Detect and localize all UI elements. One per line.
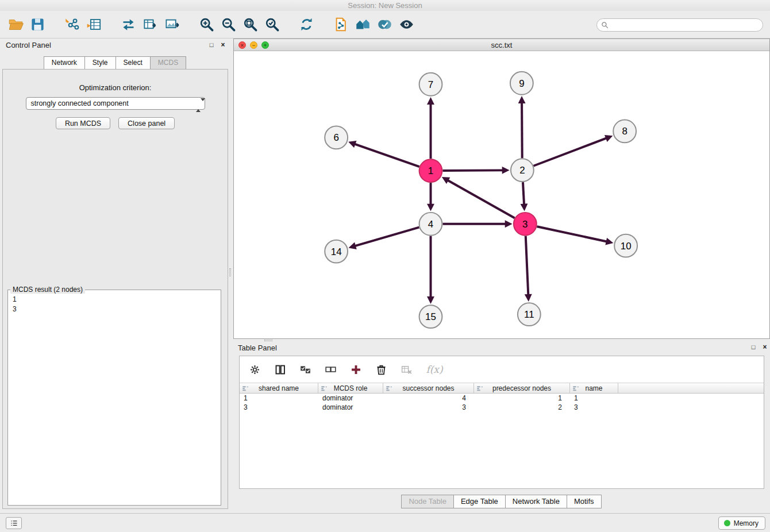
- save-session-button[interactable]: [26, 14, 48, 36]
- graph-node-label: 9: [519, 78, 524, 89]
- control-panel-tabs: NetworkStyleSelectMCDS: [2, 56, 228, 70]
- network-window-title-bar[interactable]: × − + scc.txt: [234, 39, 769, 51]
- network-canvas[interactable]: 7968124314101511: [234, 51, 769, 338]
- zoom-out-button[interactable]: [217, 14, 239, 36]
- memory-button[interactable]: Memory: [718, 516, 765, 530]
- column-type-icon: [476, 385, 483, 392]
- table-toolbar: f(x): [240, 356, 764, 383]
- tab-network[interactable]: Network: [44, 56, 85, 70]
- hide-selected-icon: [377, 17, 392, 32]
- delete-column-button[interactable]: [374, 363, 388, 376]
- cell-MCDS-role[interactable]: dominator: [318, 394, 383, 403]
- zoom-in-button[interactable]: [195, 14, 217, 36]
- import-network-button[interactable]: [61, 14, 83, 36]
- run-mcds-button[interactable]: Run MCDS: [56, 117, 110, 129]
- graph-edge-2-9[interactable]: [522, 103, 522, 159]
- cell-MCDS-role[interactable]: dominator: [318, 403, 383, 412]
- optimization-criterion-select[interactable]: strongly connected component: [26, 97, 205, 110]
- close-table-panel-icon[interactable]: ×: [761, 343, 769, 351]
- table-options-button[interactable]: [248, 363, 261, 376]
- graph-node-8[interactable]: 8: [613, 120, 636, 143]
- cell-successor-nodes[interactable]: 4: [383, 394, 474, 403]
- deselect-all-button[interactable]: [324, 363, 337, 376]
- search-box[interactable]: [596, 18, 763, 32]
- hide-selected-button[interactable]: [374, 14, 395, 36]
- close-window-icon[interactable]: ×: [238, 41, 246, 49]
- import-table-button[interactable]: [83, 14, 105, 36]
- graph-node-11[interactable]: 11: [518, 303, 541, 326]
- graph-node-1[interactable]: 1: [419, 159, 442, 182]
- list-icon: [10, 519, 18, 527]
- show-columns-button[interactable]: [273, 363, 287, 376]
- select-all-button[interactable]: [298, 363, 312, 376]
- column-header-predecessor-nodes[interactable]: predecessor nodes: [474, 383, 570, 393]
- node-table: f(x) shared nameMCDS rolesuccessor nodes…: [239, 356, 764, 489]
- cell-shared-name[interactable]: 1: [240, 394, 318, 403]
- export-table-button[interactable]: [139, 14, 161, 36]
- table-splitter-handle[interactable]: [264, 340, 272, 341]
- cell-predecessor-nodes[interactable]: 1: [474, 394, 570, 403]
- task-history-button[interactable]: [6, 517, 22, 529]
- graph-node-10[interactable]: 10: [614, 234, 637, 257]
- zoom-fit-button[interactable]: [239, 14, 261, 36]
- graph-edge-4-14[interactable]: [355, 228, 419, 246]
- graph-node-14[interactable]: 14: [325, 240, 348, 263]
- tab-edge-table[interactable]: Edge Table: [453, 495, 506, 508]
- clone-network-button[interactable]: [330, 14, 352, 36]
- graph-edge-3-10[interactable]: [537, 226, 607, 241]
- zoom-selected-button[interactable]: [261, 14, 283, 36]
- graph-edge-1-6[interactable]: [355, 144, 419, 167]
- graph-edge-3-11[interactable]: [526, 236, 529, 295]
- column-header-shared-name[interactable]: shared name: [240, 383, 318, 393]
- import-network-icon: [64, 17, 80, 32]
- apply-layout-icon: [299, 17, 314, 32]
- graph-node-4[interactable]: 4: [419, 213, 442, 236]
- minimize-window-icon[interactable]: −: [250, 41, 257, 49]
- show-all-button[interactable]: [395, 14, 417, 36]
- search-input[interactable]: [609, 21, 763, 29]
- export-network-button[interactable]: [117, 14, 139, 36]
- tab-node-table[interactable]: Node Table: [401, 495, 454, 508]
- maximize-window-icon[interactable]: +: [261, 41, 269, 49]
- tab-mcds[interactable]: MCDS: [150, 56, 186, 70]
- graph-edge-1-2[interactable]: [442, 170, 503, 171]
- column-header-MCDS-role[interactable]: MCDS role: [318, 383, 383, 393]
- tab-network-table[interactable]: Network Table: [505, 495, 567, 508]
- graph-node-label: 1: [428, 165, 433, 176]
- column-header-name[interactable]: name: [570, 383, 618, 393]
- cell-name[interactable]: 1: [570, 394, 618, 403]
- graph-edge-2-3[interactable]: [523, 182, 524, 205]
- network-graph[interactable]: 7968124314101511: [234, 51, 769, 338]
- table-row[interactable]: 3dominator323: [240, 403, 764, 412]
- cell-predecessor-nodes[interactable]: 2: [474, 403, 570, 412]
- table-panel: Table Panel □ × f(x) shared nameMCDS rol…: [233, 342, 770, 510]
- graph-node-15[interactable]: 15: [419, 305, 442, 328]
- first-neighbors-button[interactable]: [352, 14, 374, 36]
- cell-name[interactable]: 3: [570, 403, 618, 412]
- tab-motifs[interactable]: Motifs: [567, 495, 602, 508]
- close-panel-icon[interactable]: ×: [219, 41, 227, 49]
- apply-layout-button[interactable]: [295, 14, 317, 36]
- tab-style[interactable]: Style: [84, 56, 116, 70]
- mcds-result-title: MCDS result (2 nodes): [10, 286, 85, 294]
- graph-node-2[interactable]: 2: [511, 159, 534, 182]
- cell-successor-nodes[interactable]: 3: [383, 403, 474, 412]
- graph-node-9[interactable]: 9: [510, 72, 533, 95]
- table-row[interactable]: 1dominator411: [240, 394, 764, 403]
- tab-select[interactable]: Select: [116, 56, 151, 70]
- new-column-button[interactable]: [349, 363, 363, 376]
- cell-shared-name[interactable]: 3: [240, 403, 318, 412]
- float-table-panel-icon[interactable]: □: [749, 343, 757, 351]
- column-header-successor-nodes[interactable]: successor nodes: [383, 383, 474, 393]
- window-title-bar[interactable]: Session: New Session: [0, 0, 770, 11]
- graph-node-7[interactable]: 7: [419, 73, 442, 96]
- graph-node-6[interactable]: 6: [325, 126, 348, 149]
- open-session-button[interactable]: [5, 14, 26, 36]
- close-panel-button[interactable]: Close panel: [118, 117, 175, 129]
- graph-edge-2-8[interactable]: [533, 138, 606, 165]
- graph-edge-3-1[interactable]: [448, 180, 515, 218]
- panel-splitter-handle[interactable]: [229, 268, 231, 276]
- float-panel-icon[interactable]: □: [207, 41, 215, 49]
- export-image-button[interactable]: [161, 14, 183, 36]
- graph-node-3[interactable]: 3: [514, 213, 537, 236]
